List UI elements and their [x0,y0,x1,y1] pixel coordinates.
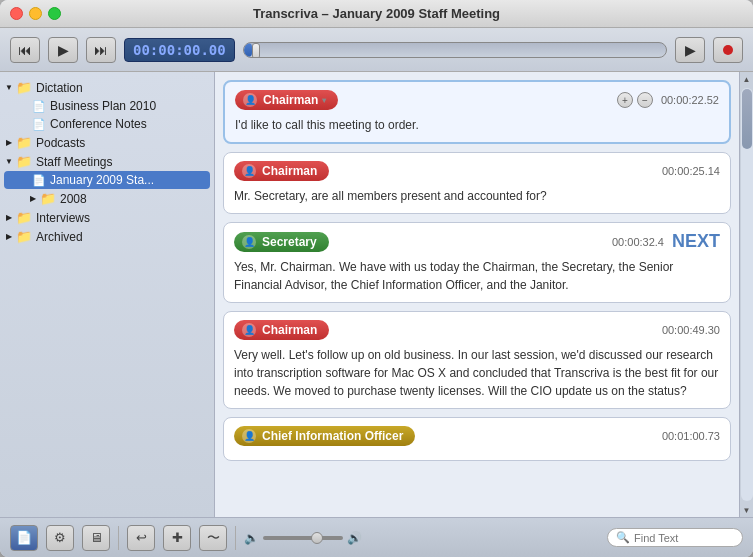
staff-meetings-folder-icon: 📁 [16,154,32,169]
scrollbar: ▲ ▼ [739,72,753,517]
progress-fill [244,43,252,57]
divider-2 [235,526,236,550]
staff-meetings-triangle [4,157,14,167]
add-marker-button[interactable]: ✚ [163,525,191,551]
app-window: Transcriva – January 2009 Staff Meeting … [0,0,753,557]
sidebar-item-january-2009[interactable]: 📄 January 2009 Sta... [4,171,210,189]
card-header-5: 👤 Chief Information Officer 00:01:00.73 [234,426,720,446]
card-controls-1: + − [617,92,653,108]
speaker-badge-4[interactable]: 👤 Chairman [234,320,329,340]
close-button[interactable] [10,7,23,20]
divider-1 [118,526,119,550]
volume-control: 🔈 🔊 [244,531,362,545]
card-text-4: Very well. Let's follow up on old busine… [234,346,720,400]
timestamp-5: 00:01:00.73 [662,430,720,442]
speaker-badge-3[interactable]: 👤 Secretary [234,232,329,252]
speaker-dropdown-1[interactable]: ▾ [322,96,326,105]
2008-folder-icon: 📁 [40,191,56,206]
settings-button[interactable]: ⚙ [46,525,74,551]
wave-icon: 〜 [207,529,220,547]
transcript-area: 👤 Chairman ▾ + − 00:00:22.52 I'd like to… [215,72,739,517]
wave-button[interactable]: 〜 [199,525,227,551]
sidebar-label-podcasts: Podcasts [36,136,85,150]
forward-icon: ⏭ [94,42,108,58]
sidebar-label-archived: Archived [36,230,83,244]
progress-thumb[interactable] [252,43,260,58]
progress-bar[interactable] [243,42,667,58]
play-icon: ▶ [58,42,69,58]
archived-folder-icon: 📁 [16,229,32,244]
search-box[interactable]: 🔍 [607,528,743,547]
loop-button[interactable]: ↩ [127,525,155,551]
speaker-badge-5[interactable]: 👤 Chief Information Officer [234,426,415,446]
archived-triangle [4,232,14,242]
scroll-down[interactable]: ▼ [740,503,754,517]
speaker-icon-5: 👤 [242,429,256,443]
business-plan-file-icon: 📄 [32,100,46,113]
card-text-3: Yes, Mr. Chairman. We have with us today… [234,258,720,294]
window-title: Transcriva – January 2009 Staff Meeting [253,6,500,21]
sidebar-label-business-plan: Business Plan 2010 [50,99,156,113]
transcript-card-3: 👤 Secretary 00:00:32.4 NEXT Yes, Mr. Cha… [223,222,731,303]
toolbar: ⏮ ▶ ⏭ 00:00:00.00 ▶ [0,28,753,72]
sidebar-label-2008: 2008 [60,192,87,206]
speaker-icon-3: 👤 [242,235,256,249]
card-header-2: 👤 Chairman 00:00:25.14 [234,161,720,181]
sidebar-item-interviews[interactable]: 📁 Interviews [0,208,214,227]
sidebar-item-conference-notes[interactable]: 📄 Conference Notes [0,115,214,133]
card-header-1: 👤 Chairman ▾ + − 00:00:22.52 [235,90,719,110]
sidebar-item-staff-meetings[interactable]: 📁 Staff Meetings [0,152,214,171]
sidebar-label-dictation: Dictation [36,81,83,95]
search-icon: 🔍 [616,531,630,544]
speaker-name-5: Chief Information Officer [262,429,403,443]
scroll-up[interactable]: ▲ [740,72,754,86]
display-button[interactable]: 🖥 [82,525,110,551]
play-mode-button[interactable]: ▶ [675,37,705,63]
record-button[interactable] [713,37,743,63]
sidebar-label-staff-meetings: Staff Meetings [36,155,113,169]
sidebar-item-podcasts[interactable]: 📁 Podcasts [0,133,214,152]
sidebar-label-conference-notes: Conference Notes [50,117,147,131]
transcript-card-2: 👤 Chairman 00:00:25.14 Mr. Secretary, ar… [223,152,731,214]
display-icon: 🖥 [90,530,103,545]
notes-button[interactable]: 📄 [10,525,38,551]
transcript-card-5: 👤 Chief Information Officer 00:01:00.73 [223,417,731,461]
volume-high-icon: 🔊 [347,531,362,545]
card-text-2: Mr. Secretary, are all members present a… [234,187,720,205]
speaker-icon-1: 👤 [243,93,257,107]
rewind-icon: ⏮ [18,42,32,58]
play-button[interactable]: ▶ [48,37,78,63]
search-input[interactable] [634,532,734,544]
timestamp-2: 00:00:25.14 [662,165,720,177]
fast-forward-button[interactable]: ⏭ [86,37,116,63]
speaker-badge-2[interactable]: 👤 Chairman [234,161,329,181]
dictation-triangle [4,83,14,93]
sidebar-item-dictation[interactable]: 📁 Dictation [0,78,214,97]
january-2009-file-icon: 📄 [32,174,46,187]
speaker-icon-2: 👤 [242,164,256,178]
transcript-card-1: 👤 Chairman ▾ + − 00:00:22.52 I'd like to… [223,80,731,144]
volume-track[interactable] [263,536,343,540]
add-marker-icon: ✚ [172,530,183,545]
card-header-3: 👤 Secretary 00:00:32.4 NEXT [234,231,720,252]
speaker-badge-1[interactable]: 👤 Chairman ▾ [235,90,338,110]
speaker-icon-4: 👤 [242,323,256,337]
gear-icon: ⚙ [54,530,66,545]
transcript-card-4: 👤 Chairman 00:00:49.30 Very well. Let's … [223,311,731,409]
add-btn-1[interactable]: + [617,92,633,108]
sidebar-item-business-plan[interactable]: 📄 Business Plan 2010 [0,97,214,115]
rewind-button[interactable]: ⏮ [10,37,40,63]
timestamp-4: 00:00:49.30 [662,324,720,336]
conference-notes-file-icon: 📄 [32,118,46,131]
volume-thumb[interactable] [311,532,323,544]
remove-btn-1[interactable]: − [637,92,653,108]
minimize-button[interactable] [29,7,42,20]
sidebar-item-2008[interactable]: 📁 2008 [0,189,214,208]
scroll-thumb[interactable] [742,89,752,149]
sidebar: 📁 Dictation 📄 Business Plan 2010 📄 Confe… [0,72,215,517]
scroll-track[interactable] [741,88,753,501]
maximize-button[interactable] [48,7,61,20]
sidebar-item-archived[interactable]: 📁 Archived [0,227,214,246]
traffic-lights [10,7,61,20]
timecode-display: 00:00:00.00 [124,38,235,62]
